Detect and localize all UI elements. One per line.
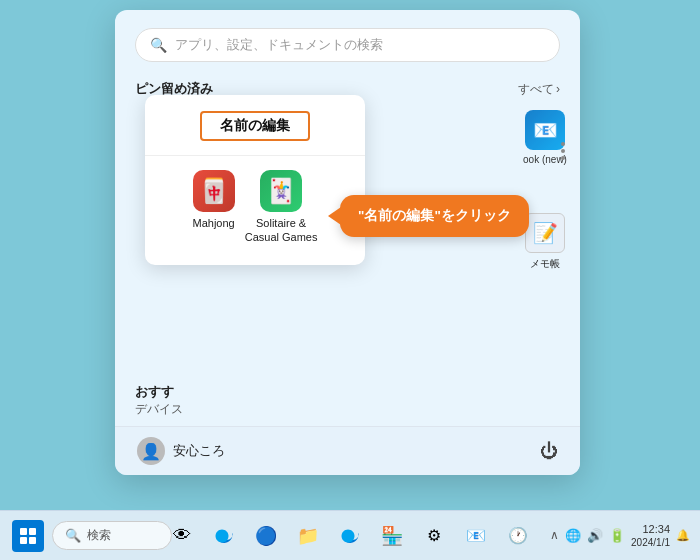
- win-logo-q4: [29, 537, 36, 544]
- tooltip-text: "名前の編集"をクリック: [358, 208, 511, 223]
- taskbar-mail-icon[interactable]: 📧: [458, 518, 494, 554]
- tray-battery-icon[interactable]: 🔋: [609, 528, 625, 543]
- all-button[interactable]: すべて ›: [518, 81, 560, 98]
- more-dots[interactable]: [561, 142, 565, 160]
- taskbar-eye-icon[interactable]: 👁: [164, 518, 200, 554]
- context-app-solitaire[interactable]: 🃏 Solitaire &Casual Games: [245, 170, 318, 245]
- user-avatar: 👤: [137, 437, 165, 465]
- taskbar-search-text: 検索: [87, 527, 111, 544]
- power-button[interactable]: ⏻: [540, 441, 558, 462]
- context-app-mahjong[interactable]: 🀄 Mahjong: [193, 170, 235, 245]
- notepad-icon: 📝: [525, 213, 565, 253]
- tray-time-display: 12:34: [631, 522, 670, 536]
- recommended-section: おすす デバイス: [135, 382, 560, 418]
- user-info[interactable]: 👤 安心ころ: [137, 437, 225, 465]
- dot1: [561, 142, 565, 146]
- recommended-title: おすす: [135, 384, 174, 399]
- user-name: 安心ころ: [173, 442, 225, 460]
- tray-time: 12:34 2024/1/1: [631, 522, 670, 549]
- taskbar-center: 👁 🔵 📁 🏪 ⚙ 📧 🕐: [164, 518, 536, 554]
- taskbar-edge2-icon[interactable]: [332, 518, 368, 554]
- outlook-icon: 📧: [525, 110, 565, 150]
- taskbar-store-icon[interactable]: 🏪: [374, 518, 410, 554]
- taskbar-search[interactable]: 🔍 検索: [52, 521, 172, 550]
- tray-volume-icon[interactable]: 🔊: [587, 528, 603, 543]
- solitaire-label: Solitaire &Casual Games: [245, 216, 318, 245]
- taskbar-tray: ∧ 🌐 🔊 🔋 12:34 2024/1/1 🔔: [550, 522, 690, 549]
- context-menu: 名前の編集 🀄 Mahjong 🃏 Solitaire &Casual Game…: [145, 95, 365, 265]
- taskbar-left: 🔍 検索: [10, 518, 172, 554]
- taskbar-edge-icon[interactable]: [206, 518, 242, 554]
- win-logo-container: [12, 520, 44, 552]
- taskbar-clock-widget[interactable]: 🕐: [500, 518, 536, 554]
- tray-date-display: 2024/1/1: [631, 536, 670, 549]
- windows-button[interactable]: [10, 518, 46, 554]
- start-menu-footer: 👤 安心ころ ⏻: [115, 426, 580, 475]
- context-menu-title-text[interactable]: 名前の編集: [200, 111, 310, 141]
- dot2: [561, 149, 565, 153]
- win-logo-q1: [20, 528, 27, 535]
- win-logo: [20, 528, 36, 544]
- win-logo-q3: [20, 537, 27, 544]
- taskbar-search-icon: 🔍: [65, 528, 81, 543]
- desktop: 🔍 アプリ、設定、ドキュメントの検索 ピン留め済み すべて › 🌐 Edge 🏪: [0, 0, 700, 510]
- dot3: [561, 156, 565, 160]
- notepad-label: メモ帳: [530, 257, 560, 271]
- search-bar[interactable]: 🔍 アプリ、設定、ドキュメントの検索: [135, 28, 560, 62]
- context-menu-title-row: 名前の編集: [145, 105, 365, 151]
- search-bar-placeholder: アプリ、設定、ドキュメントの検索: [175, 36, 383, 54]
- mahjong-icon: 🀄: [193, 170, 235, 212]
- context-menu-divider: [145, 155, 365, 156]
- taskbar-folder-icon[interactable]: 📁: [290, 518, 326, 554]
- taskbar-settings-icon[interactable]: ⚙: [416, 518, 452, 554]
- right-edge-apps: 📧 ook (new) 📝 メモ帳: [520, 110, 570, 271]
- taskbar: 🔍 検索 👁 🔵 📁 🏪 ⚙ 📧 🕐 ∧ 🌐 🔊 🔋: [0, 510, 700, 560]
- solitaire-icon: 🃏: [260, 170, 302, 212]
- win-logo-q2: [29, 528, 36, 535]
- taskbar-orb-icon[interactable]: 🔵: [248, 518, 284, 554]
- tray-expand[interactable]: ∧: [550, 528, 559, 542]
- search-icon: 🔍: [150, 37, 167, 53]
- tooltip-bubble: "名前の編集"をクリック: [340, 195, 529, 237]
- recommended-item: デバイス: [135, 401, 560, 418]
- tray-network-icon[interactable]: 🌐: [565, 528, 581, 543]
- mahjong-label: Mahjong: [193, 216, 235, 230]
- tray-notification[interactable]: 🔔: [676, 529, 690, 542]
